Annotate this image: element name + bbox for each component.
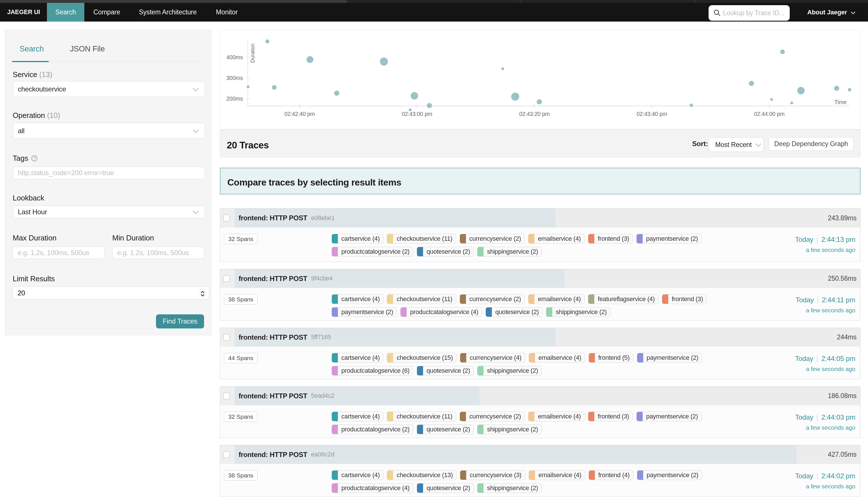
svg-text:300ms: 300ms <box>226 75 243 81</box>
svg-text:02:44:00 pm: 02:44:00 pm <box>754 111 785 117</box>
svg-text:Duration: Duration <box>250 44 255 63</box>
svg-text:200ms: 200ms <box>226 96 243 102</box>
svg-text:Time: Time <box>834 99 847 105</box>
svg-text:02:42:40 pm: 02:42:40 pm <box>284 111 315 117</box>
svg-text:02:43:00 pm: 02:43:00 pm <box>402 111 432 117</box>
svg-text:400ms: 400ms <box>226 54 243 60</box>
svg-text:02:43:20 pm: 02:43:20 pm <box>519 111 550 117</box>
svg-text:02:43:40 pm: 02:43:40 pm <box>636 111 667 117</box>
